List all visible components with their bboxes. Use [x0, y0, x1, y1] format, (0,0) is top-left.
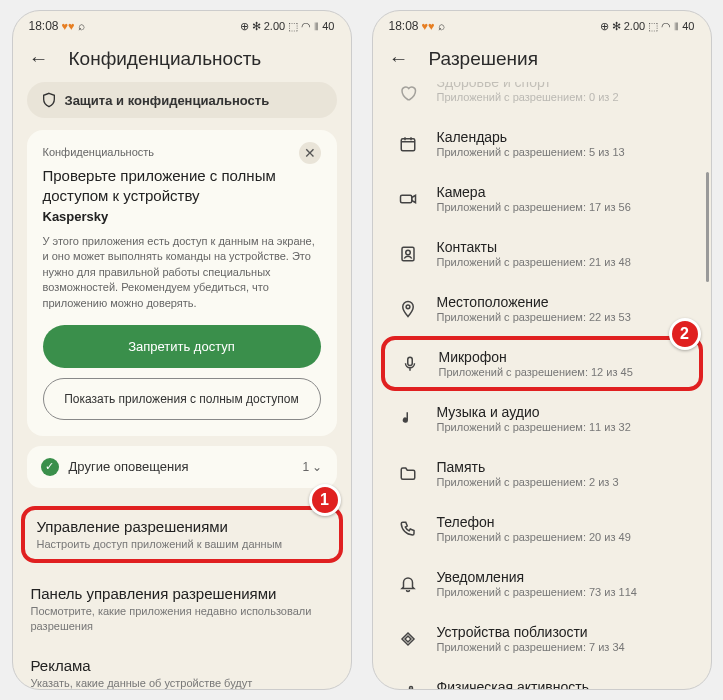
- page-title: Разрешения: [429, 48, 538, 70]
- perm-title: Память: [437, 459, 687, 475]
- perm-title: Физическая активность: [437, 679, 687, 689]
- perm-title: Микрофон: [439, 349, 685, 365]
- perm-title: Местоположение: [437, 294, 687, 310]
- perm-subtitle: Приложений с разрешением: 2 из 3: [437, 476, 687, 488]
- status-right: ⊕ ✻ 2.00 ⬚ ◠ ⫴ 40: [240, 20, 335, 33]
- svg-point-3: [405, 250, 410, 255]
- permissions-list: Здоровье и спортПриложений с разрешением…: [387, 82, 697, 689]
- expand-icon: 1 ⌄: [302, 460, 322, 474]
- status-time: 18:08: [29, 19, 59, 33]
- perm-row-contacts[interactable]: КонтактыПриложений с разрешением: 21 из …: [391, 226, 693, 281]
- shield-icon: [41, 92, 57, 108]
- close-icon[interactable]: ✕: [299, 142, 321, 164]
- status-time: 18:08: [389, 19, 419, 33]
- perm-subtitle: Приложений с разрешением: 21 из 48: [437, 256, 687, 268]
- back-arrow-icon[interactable]: ←: [29, 47, 49, 70]
- svg-rect-1: [400, 195, 411, 203]
- security-chip[interactable]: Защита и конфиденциальность: [27, 82, 337, 118]
- contacts-icon: [397, 245, 419, 263]
- perm-subtitle: Приложений с разрешением: 73 из 114: [437, 586, 687, 598]
- perm-subtitle: Приложений с разрешением: 11 из 32: [437, 421, 687, 433]
- perm-title: Уведомления: [437, 569, 687, 585]
- access-card: ✕ Конфиденциальность Проверьте приложени…: [27, 130, 337, 436]
- svg-rect-0: [401, 138, 415, 150]
- mic-icon: [399, 355, 421, 373]
- callout-badge-2: 2: [669, 318, 701, 350]
- perm-row-location[interactable]: МестоположениеПриложений с разрешением: …: [391, 281, 693, 336]
- permissions-dashboard-row[interactable]: Панель управления разрешениями Посмотрит…: [27, 573, 337, 645]
- status-bar: 18:08 ♥♥ ⌕ ⊕ ✻ 2.00 ⬚ ◠ ⫴ 40: [373, 11, 711, 37]
- nearby-icon: [397, 630, 419, 648]
- perm-subtitle: Приложений с разрешением: 12 из 45: [439, 366, 685, 378]
- row-title: Реклама: [31, 657, 333, 674]
- row-title: Управление разрешениями: [37, 518, 327, 535]
- perm-title: Музыка и аудио: [437, 404, 687, 420]
- perm-subtitle: Приложений с разрешением: 5 из 13: [437, 146, 687, 158]
- perm-subtitle: Приложений с разрешением: 22 из 53: [437, 311, 687, 323]
- card-label: Конфиденциальность: [43, 146, 321, 158]
- perm-row-music[interactable]: Музыка и аудиоПриложений с разрешением: …: [391, 391, 693, 446]
- scrollbar[interactable]: [706, 172, 709, 282]
- perm-row-bell[interactable]: УведомленияПриложений с разрешением: 73 …: [391, 556, 693, 611]
- perm-subtitle: Приложений с разрешением: 17 из 56: [437, 201, 687, 213]
- card-title: Проверьте приложение с полным доступом к…: [43, 166, 321, 205]
- card-app-name: Kaspersky: [43, 209, 321, 224]
- perm-row-phone[interactable]: ТелефонПриложений с разрешением: 20 из 4…: [391, 501, 693, 556]
- perm-row-health[interactable]: Здоровье и спортПриложений с разрешением…: [391, 82, 693, 116]
- perm-row-nearby[interactable]: Устройства поблизостиПриложений с разреш…: [391, 611, 693, 666]
- perm-row-run[interactable]: Физическая активностьПриложений с разреш…: [391, 666, 693, 689]
- svg-rect-5: [407, 357, 412, 365]
- row-desc: Настроить доступ приложений к вашим данн…: [37, 537, 327, 551]
- svg-point-4: [406, 304, 410, 308]
- perm-row-calendar[interactable]: КалендарьПриложений с разрешением: 5 из …: [391, 116, 693, 171]
- manage-permissions-row[interactable]: Управление разрешениями Настроить доступ…: [21, 506, 343, 563]
- folder-icon: [397, 465, 419, 483]
- music-icon: [397, 410, 419, 428]
- search-icon: ⌕: [438, 19, 445, 33]
- callout-badge-1: 1: [309, 484, 341, 516]
- bell-icon: [397, 575, 419, 593]
- perm-row-folder[interactable]: ПамятьПриложений с разрешением: 2 из 3: [391, 446, 693, 501]
- row-desc: Указать, какие данные об устройстве буду…: [31, 676, 333, 689]
- perm-row-camera[interactable]: КамераПриложений с разрешением: 17 из 56: [391, 171, 693, 226]
- location-icon: [397, 300, 419, 318]
- phone-right: 18:08 ♥♥ ⌕ ⊕ ✻ 2.00 ⬚ ◠ ⫴ 40 ← Разрешени…: [372, 10, 712, 690]
- row-title: Панель управления разрешениями: [31, 585, 333, 602]
- heart-icon: ♥♥: [422, 20, 435, 32]
- heart-icon: [397, 84, 419, 102]
- phone-left: 18:08 ♥♥ ⌕ ⊕ ✻ 2.00 ⬚ ◠ ⫴ 40 ← Конфиденц…: [12, 10, 352, 690]
- run-icon: [397, 685, 419, 690]
- header: ← Разрешения: [373, 37, 711, 82]
- perm-title: Календарь: [437, 129, 687, 145]
- show-apps-button[interactable]: Показать приложения с полным доступом: [43, 378, 321, 420]
- search-icon: ⌕: [78, 19, 85, 33]
- perm-subtitle: Приложений с разрешением: 20 из 49: [437, 531, 687, 543]
- perm-title: Устройства поблизости: [437, 624, 687, 640]
- header: ← Конфиденциальность: [13, 37, 351, 82]
- card-description: У этого приложения есть доступ к данным …: [43, 234, 321, 311]
- check-icon: ✓: [41, 458, 59, 476]
- heart-icon: ♥♥: [62, 20, 75, 32]
- perm-row-mic[interactable]: МикрофонПриложений с разрешением: 12 из …: [381, 336, 703, 391]
- back-arrow-icon[interactable]: ←: [389, 47, 409, 70]
- calendar-icon: [397, 135, 419, 153]
- row-desc: Посмотрите, какие приложения недавно исп…: [31, 604, 333, 633]
- chip-label: Защита и конфиденциальность: [65, 93, 270, 108]
- svg-point-6: [409, 686, 412, 689]
- page-title: Конфиденциальность: [69, 48, 262, 70]
- perm-title: Контакты: [437, 239, 687, 255]
- deny-access-button[interactable]: Запретить доступ: [43, 325, 321, 368]
- perm-title: Телефон: [437, 514, 687, 530]
- status-bar: 18:08 ♥♥ ⌕ ⊕ ✻ 2.00 ⬚ ◠ ⫴ 40: [13, 11, 351, 37]
- phone-icon: [397, 520, 419, 538]
- camera-icon: [397, 190, 419, 208]
- ads-row[interactable]: Реклама Указать, какие данные об устройс…: [27, 645, 337, 689]
- status-right: ⊕ ✻ 2.00 ⬚ ◠ ⫴ 40: [600, 20, 695, 33]
- other-notifications-row[interactable]: ✓ Другие оповещения 1 ⌄: [27, 446, 337, 488]
- perm-title: Камера: [437, 184, 687, 200]
- notif-label: Другие оповещения: [69, 459, 293, 474]
- perm-subtitle: Приложений с разрешением: 7 из 34: [437, 641, 687, 653]
